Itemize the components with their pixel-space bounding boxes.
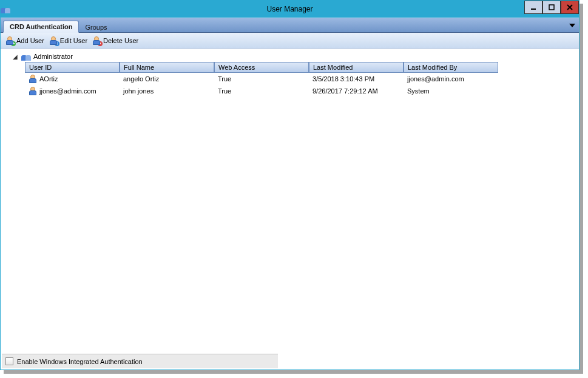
add-user-icon: + [5, 36, 14, 45]
edit-user-button[interactable]: i Edit User [49, 36, 87, 45]
grid-body: AOrtiz angelo Ortiz True 3/5/2018 3:10:4… [25, 73, 501, 97]
column-header-webaccess[interactable]: Web Access [214, 62, 309, 73]
column-label: Full Name [124, 64, 154, 71]
table-row[interactable]: jjones@admin.com john jones True 9/26/20… [25, 85, 501, 97]
user-icon [29, 75, 37, 83]
column-label: Last Modified By [408, 64, 457, 71]
window: User Manager CRD Authentication Groups + [0, 0, 580, 370]
column-header-fullname[interactable]: Full Name [120, 62, 214, 73]
minimize-button[interactable] [524, 1, 542, 14]
delete-user-button[interactable]: × Delete User [92, 36, 138, 45]
tree-toggle-icon[interactable]: ◢ [13, 53, 19, 60]
button-label: Edit User [60, 37, 87, 44]
column-label: User ID [29, 64, 52, 71]
edit-user-icon: i [49, 36, 58, 45]
column-header-userid[interactable]: User ID [25, 62, 120, 73]
enable-wia-checkbox[interactable] [5, 357, 13, 365]
cell-fullname: john jones [123, 87, 154, 95]
tab-crd-authentication[interactable]: CRD Authentication [3, 21, 79, 33]
tab-label: CRD Authentication [10, 23, 72, 30]
cell-webaccess: True [218, 75, 231, 83]
toolbar: + Add User i Edit User × Delete User [1, 33, 579, 49]
chevron-down-icon [569, 22, 575, 29]
cell-fullname: angelo Ortiz [123, 75, 159, 83]
delete-user-icon: × [92, 36, 101, 45]
column-header-lastmodified[interactable]: Last Modified [309, 62, 404, 73]
button-label: Delete User [103, 37, 138, 44]
svg-marker-4 [569, 24, 575, 27]
tabstrip: CRD Authentication Groups [1, 18, 579, 33]
svg-rect-1 [549, 5, 554, 10]
cell-lastmodified: 9/26/2017 7:29:12 AM [313, 87, 378, 95]
window-controls [524, 1, 579, 14]
tree-root-row[interactable]: ◢ Administrator [9, 51, 576, 62]
tab-groups[interactable]: Groups [79, 22, 113, 33]
column-label: Last Modified [313, 64, 353, 71]
content-area: ◢ Administrator User ID Full Name Web Ac… [1, 49, 579, 354]
cell-userid: AOrtiz [39, 75, 58, 83]
cell-lastmodifiedby: System [407, 87, 430, 95]
column-label: Web Access [218, 64, 255, 71]
add-user-button[interactable]: + Add User [5, 36, 44, 45]
maximize-button[interactable] [542, 1, 561, 14]
minimize-icon [530, 4, 536, 10]
window-title: User Manager [266, 5, 313, 13]
tab-label: Groups [85, 24, 107, 31]
user-icon [29, 87, 37, 95]
group-icon [21, 52, 31, 61]
close-icon [567, 4, 573, 10]
user-grid: User ID Full Name Web Access Last Modifi… [25, 62, 501, 97]
cell-webaccess: True [218, 87, 231, 95]
footer-bar: Enable Windows Integrated Authentication [2, 354, 278, 368]
grid-header: User ID Full Name Web Access Last Modifi… [25, 62, 501, 73]
checkbox-label: Enable Windows Integrated Authentication [17, 358, 143, 365]
titlebar[interactable]: User Manager [1, 1, 579, 18]
cell-lastmodifiedby: jjones@admin.com [407, 75, 464, 83]
close-button[interactable] [561, 1, 579, 14]
cell-lastmodified: 3/5/2018 3:10:43 PM [313, 75, 374, 83]
cell-userid: jjones@admin.com [39, 87, 96, 95]
maximize-icon [549, 4, 555, 10]
app-icon [1, 5, 10, 13]
tree-root-label: Administrator [33, 53, 73, 60]
table-row[interactable]: AOrtiz angelo Ortiz True 3/5/2018 3:10:4… [25, 73, 501, 85]
button-label: Add User [16, 37, 44, 44]
tabstrip-expand-button[interactable] [569, 22, 575, 28]
column-header-lastmodifiedby[interactable]: Last Modified By [404, 62, 498, 73]
